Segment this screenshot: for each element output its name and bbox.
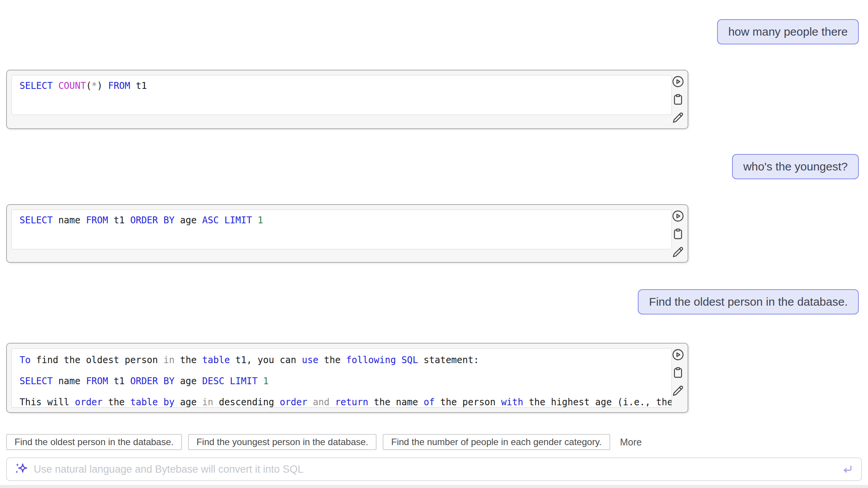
edit-button[interactable]	[671, 384, 685, 397]
edit-button[interactable]	[671, 246, 685, 259]
sparkles-icon	[14, 462, 28, 477]
code-line: SELECT COUNT(*) FROM t1	[20, 78, 664, 94]
assistant-sql-block: SELECT name FROM t1 ORDER BY age ASC LIM…	[6, 204, 688, 263]
pencil-icon	[671, 384, 685, 397]
suggestion-button[interactable]: Find the youngest person in the database…	[188, 434, 377, 450]
clipboard-icon	[671, 228, 685, 241]
sql-chat-page: how many people thereSELECT COUNT(*) FRO…	[0, 0, 868, 488]
submit-button[interactable]	[840, 462, 854, 476]
clipboard-icon	[671, 366, 685, 379]
copy-button[interactable]	[671, 93, 685, 106]
more-link[interactable]: More	[616, 437, 642, 448]
user-message-bubble: Find the oldest person in the database.	[638, 289, 859, 314]
code-line: To find the oldest person in the table t…	[20, 350, 664, 371]
copy-button[interactable]	[671, 228, 685, 241]
pencil-icon	[671, 246, 685, 259]
code-line: This will order the table by age in desc…	[20, 392, 664, 408]
user-message-bubble: who's the youngest?	[732, 154, 859, 179]
code-line: SELECT name FROM t1 ORDER BY age DESC LI…	[20, 371, 664, 392]
nl-query-input[interactable]	[33, 463, 840, 476]
run-button[interactable]	[671, 348, 685, 361]
sql-code-area: SELECT name FROM t1 ORDER BY age ASC LIM…	[11, 210, 672, 249]
pencil-icon	[671, 111, 685, 124]
code-line: SELECT name FROM t1 ORDER BY age ASC LIM…	[20, 212, 664, 228]
block-action-column	[670, 210, 686, 259]
block-action-column	[670, 348, 686, 397]
suggestion-row: Find the oldest person in the database.F…	[6, 434, 642, 450]
bottom-divider	[0, 485, 868, 488]
suggestion-button[interactable]: Find the oldest person in the database.	[6, 434, 182, 450]
nl-input-bar[interactable]	[6, 457, 862, 481]
run-button[interactable]	[671, 210, 685, 223]
return-arrow-icon	[841, 463, 853, 475]
clipboard-icon	[671, 93, 685, 106]
play-circle-icon	[671, 75, 685, 88]
run-button[interactable]	[671, 75, 685, 88]
edit-button[interactable]	[671, 111, 685, 124]
sql-code-area: SELECT COUNT(*) FROM t1	[11, 75, 672, 115]
play-circle-icon	[671, 348, 685, 361]
suggestion-button[interactable]: Find the number of people in each gender…	[383, 434, 610, 450]
block-action-column	[670, 75, 686, 124]
assistant-sql-block: To find the oldest person in the table t…	[6, 343, 688, 413]
assistant-sql-block: SELECT COUNT(*) FROM t1	[6, 70, 688, 129]
copy-button[interactable]	[671, 366, 685, 379]
user-message-bubble: how many people there	[717, 19, 859, 44]
sql-code-area: To find the oldest person in the table t…	[11, 348, 672, 408]
play-circle-icon	[671, 210, 685, 223]
